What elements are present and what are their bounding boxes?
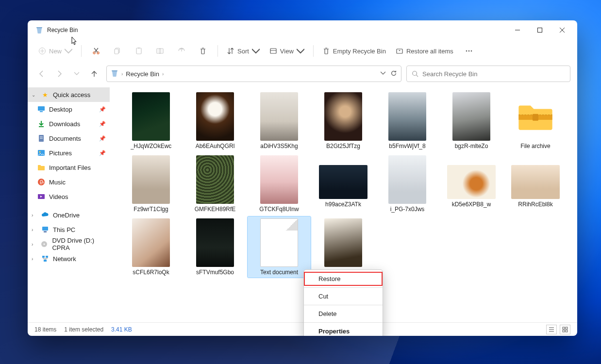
new-label: New	[49, 48, 62, 55]
file-tile[interactable]: kD5e6XPB8_w	[440, 153, 503, 215]
file-tile[interactable]: i_PG-7x0Jws	[376, 153, 439, 215]
sidebar-group[interactable]: ›Network	[28, 251, 110, 266]
file-tile[interactable]: B2Gt25JfTzg	[312, 90, 375, 151]
file-tile[interactable]: Ab6EAuhQGRl	[184, 90, 247, 151]
up-button[interactable]	[87, 66, 101, 81]
drive-icon	[41, 211, 49, 219]
delete-button[interactable]	[193, 43, 213, 59]
sidebar-item[interactable]: Music	[28, 175, 110, 189]
context-restore[interactable]: Restore	[304, 272, 383, 286]
refresh-button[interactable]	[390, 70, 397, 78]
file-tile[interactable]: Fz9wrT1Clgg	[119, 153, 183, 215]
more-button[interactable]	[459, 43, 479, 59]
chevron-right-icon[interactable]: ›	[121, 71, 123, 77]
svg-rect-31	[42, 227, 48, 231]
sort-button[interactable]: Sort	[223, 43, 264, 59]
svg-rect-12	[270, 49, 276, 53]
svg-rect-11	[159, 49, 163, 53]
svg-rect-8	[136, 48, 141, 54]
file-tile[interactable]: sFTVmuf5Gbo	[184, 216, 247, 278]
file-tile[interactable]: GTCKFq8UInw	[248, 153, 311, 215]
image-thumbnail	[388, 155, 426, 204]
file-explorer-window: Recycle Bin New Sort View	[28, 20, 577, 336]
file-name: Text document	[260, 269, 298, 276]
file-tile[interactable]: GMFKEH89RfE	[184, 153, 247, 215]
file-name: i_PG-7x0Jws	[390, 206, 425, 213]
folder-icon	[37, 134, 45, 142]
svg-rect-43	[566, 330, 568, 332]
sidebar-group[interactable]: ›OneDrive	[28, 208, 110, 222]
star-icon: ★	[41, 91, 49, 99]
file-name: sFTVmuf5Gbo	[196, 269, 234, 276]
file-name: aDiHV3S5Khg	[260, 143, 298, 149]
close-button[interactable]	[551, 22, 573, 38]
svg-point-16	[468, 50, 469, 52]
cut-button[interactable]	[86, 43, 106, 59]
sidebar-item[interactable]: Pictures📌	[28, 146, 110, 160]
file-name: Ab6EAuhQGRl	[196, 143, 235, 149]
breadcrumb-location[interactable]: Recycle Bin	[126, 70, 159, 78]
file-tile[interactable]: File archive	[504, 90, 567, 151]
new-button[interactable]: New	[34, 43, 76, 59]
drive-icon	[40, 240, 48, 248]
titlebar[interactable]: Recycle Bin	[28, 20, 577, 40]
folder-icon	[37, 105, 45, 113]
file-tile[interactable]: RRihRcEbl8k	[504, 153, 567, 215]
paste-button[interactable]	[129, 43, 149, 59]
empty-recycle-bin-button[interactable]: Empty Recycle Bin	[318, 43, 390, 59]
status-bar: 18 items 1 item selected 3.41 KB	[28, 322, 577, 336]
chevron-down-icon[interactable]	[381, 70, 385, 78]
svg-rect-42	[563, 330, 565, 332]
rename-button[interactable]	[150, 43, 170, 59]
svg-rect-39	[533, 114, 538, 121]
maximize-button[interactable]	[529, 22, 551, 38]
file-tile[interactable]: sCFL6R7loQk	[119, 216, 183, 278]
file-tile[interactable]: _HJqWZOkEwc	[119, 90, 183, 151]
search-input[interactable]	[422, 70, 565, 78]
minimize-button[interactable]	[506, 22, 529, 38]
copy-button[interactable]	[108, 43, 127, 59]
status-count: 18 items	[34, 326, 56, 333]
chevron-right-icon[interactable]: ›	[162, 71, 164, 77]
back-button[interactable]	[34, 66, 49, 81]
file-tile[interactable]: Text document	[248, 216, 311, 278]
pin-icon: 📌	[99, 106, 106, 113]
svg-rect-18	[112, 70, 117, 71]
restore-all-button[interactable]: Restore all items	[392, 43, 457, 59]
recent-button[interactable]	[69, 66, 84, 81]
sidebar-group[interactable]: ›DVD Drive (D:) CPRA	[28, 237, 110, 251]
file-tile[interactable]: h99aceZ3ATk	[312, 153, 375, 215]
context-delete[interactable]: Delete	[304, 307, 383, 321]
zip-icon	[517, 92, 554, 141]
file-tile[interactable]: bgzR-mlteZo	[440, 90, 503, 151]
image-thumbnail	[511, 165, 560, 199]
folder-icon	[37, 178, 45, 186]
sidebar-item[interactable]: Desktop📌	[28, 102, 110, 116]
search-icon	[412, 70, 418, 77]
sidebar-item[interactable]: Documents📌	[28, 131, 110, 146]
context-cut[interactable]: Cut	[304, 289, 383, 303]
forward-button[interactable]	[52, 66, 67, 81]
share-button[interactable]	[172, 43, 191, 59]
sidebar-item[interactable]: Videos	[28, 189, 110, 204]
context-properties[interactable]: Properties	[304, 324, 383, 336]
status-selection: 1 item selected	[64, 326, 103, 333]
address-bar[interactable]: › Recycle Bin ›	[106, 66, 401, 82]
view-button[interactable]: View	[266, 43, 308, 59]
icons-view-button[interactable]	[560, 325, 570, 334]
sidebar-item-label: Pictures	[49, 149, 72, 157]
file-tile[interactable]: item18	[312, 216, 375, 278]
sidebar-item[interactable]: Important Files	[28, 160, 110, 175]
sidebar-group[interactable]: ›This PC	[28, 222, 110, 237]
sidebar-item[interactable]: Downloads📌	[28, 116, 110, 131]
separator	[217, 45, 218, 57]
details-view-button[interactable]	[546, 325, 557, 334]
svg-rect-14	[397, 49, 402, 53]
sidebar-quick-access[interactable]: ⌄ ★ Quick access	[28, 87, 110, 102]
file-tile[interactable]: aDiHV3S5Khg	[248, 90, 311, 151]
folder-icon	[37, 120, 45, 128]
search-box[interactable]	[406, 66, 570, 82]
text-file-icon	[260, 218, 298, 267]
file-tile[interactable]: b5FmvWjVf_8	[376, 90, 439, 151]
svg-rect-36	[46, 256, 48, 258]
